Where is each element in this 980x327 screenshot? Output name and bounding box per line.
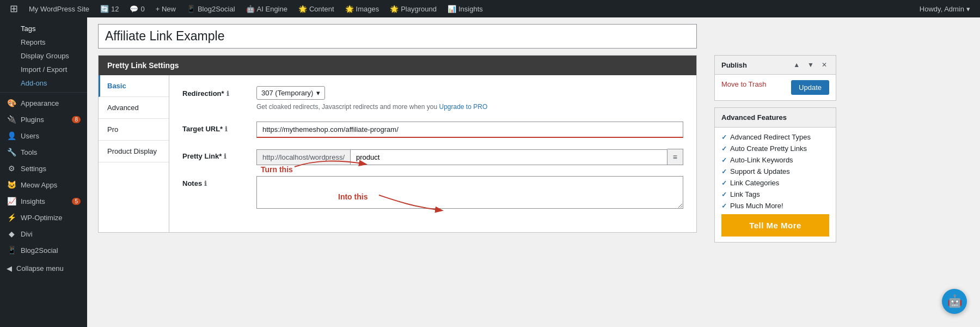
settings-icon: ⚙ xyxy=(7,164,16,173)
notes-info-icon[interactable]: ℹ xyxy=(204,180,207,187)
pretty-link-info-icon[interactable]: ℹ xyxy=(224,153,226,160)
feature-label-6: Link Tags xyxy=(730,190,760,198)
redirection-row: Redirection* ℹ 307 (Temporary) ▾ Get clo… xyxy=(182,86,683,111)
sidebar-item-meow-apps[interactable]: 🐱 Meow Apps xyxy=(0,177,87,193)
content-label: Content xyxy=(309,5,334,13)
tell-me-more-button[interactable]: Tell Me More xyxy=(721,214,829,237)
sidebar-item-insights[interactable]: 📈 Insights 5 xyxy=(0,193,87,209)
appearance-label: Appearance xyxy=(21,99,59,107)
playground-item[interactable]: 🌟 Playground xyxy=(385,0,441,17)
publish-title: Publish xyxy=(721,61,747,69)
card-body: Basic Advanced Pro Product Display Redir… xyxy=(99,75,696,232)
notes-textarea[interactable] xyxy=(256,176,683,209)
sidebar-item-display-groups[interactable]: Display Groups xyxy=(0,49,87,63)
blog2social-icon: 📱 xyxy=(187,5,195,13)
features-header: Advanced Features xyxy=(715,108,836,128)
pretty-link-control: http://localhost/wordpress/ ≡ xyxy=(256,149,683,165)
feature-label-1: Advanced Redirect Types xyxy=(730,133,811,141)
features-box: Advanced Features ✓ Advanced Redirect Ty… xyxy=(714,107,836,243)
blog2social-sidebar-icon: 📱 xyxy=(7,246,16,255)
site-name-label: My WordPress Site xyxy=(29,5,89,13)
upgrade-to-pro-link[interactable]: Upgrade to PRO xyxy=(439,103,488,111)
redirection-hint: Get cloaked redirects, Javascript redire… xyxy=(256,103,683,111)
card-header: Pretty Link Settings xyxy=(99,56,696,75)
redirection-info-icon[interactable]: ℹ xyxy=(226,90,229,98)
sidebar-item-add-ons[interactable]: Add-ons xyxy=(0,76,87,90)
howdy-item[interactable]: Howdy, Admin ▾ xyxy=(915,0,975,17)
redirection-control: 307 (Temporary) ▾ Get cloaked redirects,… xyxy=(256,86,683,111)
wp-logo-icon: ⊞ xyxy=(10,3,18,15)
sidebar-item-divi[interactable]: ◆ Divi xyxy=(0,226,87,242)
pretty-link-copy-button[interactable]: ≡ xyxy=(667,149,683,165)
tab-pro[interactable]: Pro xyxy=(99,119,169,141)
updates-item[interactable]: 🔄 12 xyxy=(96,0,123,17)
plugins-badge: 8 xyxy=(72,116,81,123)
playground-label: Playground xyxy=(401,5,437,13)
wp-optimize-icon: ⚡ xyxy=(7,213,16,222)
appearance-icon: 🎨 xyxy=(7,99,16,107)
blog2social-label: Blog2Social xyxy=(198,5,235,13)
sidebar-item-import-export[interactable]: Import / Export xyxy=(0,63,87,76)
ai-engine-label: AI Engine xyxy=(257,5,287,13)
sidebar-item-plugins[interactable]: 🔌 Plugins 8 xyxy=(0,111,87,128)
floating-bot-button[interactable]: 🤖 xyxy=(942,289,967,314)
content-item[interactable]: 🌟 Content xyxy=(294,0,339,17)
publish-collapse-btn[interactable]: ▲ xyxy=(791,60,802,70)
target-url-info-icon[interactable]: ℹ xyxy=(225,125,228,133)
meow-apps-icon: 🐱 xyxy=(7,180,16,189)
layout: Tags Reports Display Groups Import / Exp… xyxy=(0,17,980,327)
pretty-link-input-row: http://localhost/wordpress/ ≡ xyxy=(256,149,683,165)
insights-badge: 5 xyxy=(72,198,81,205)
check-icon-3: ✓ xyxy=(721,156,727,164)
updates-count: 12 xyxy=(111,5,119,13)
meow-apps-label: Meow Apps xyxy=(21,181,57,189)
check-icon-1: ✓ xyxy=(721,134,727,141)
sidebar-item-appearance[interactable]: 🎨 Appearance xyxy=(0,95,87,111)
tab-advanced[interactable]: Advanced xyxy=(99,97,169,119)
tab-product-display[interactable]: Product Display xyxy=(99,141,169,162)
page-title-input[interactable] xyxy=(98,24,697,49)
feature-label-5: Link Categories xyxy=(730,179,779,187)
sidebar-item-users[interactable]: 👤 Users xyxy=(0,128,87,144)
insights-bar-icon: 📊 xyxy=(448,5,456,13)
update-button[interactable]: Update xyxy=(791,80,829,95)
insights-bar-item[interactable]: 📊 Insights xyxy=(443,0,487,17)
comments-item[interactable]: 💬 0 xyxy=(125,0,149,17)
sidebar-item-tools[interactable]: 🔧 Tools xyxy=(0,144,87,160)
tab-basic[interactable]: Basic xyxy=(99,75,169,97)
divi-label: Divi xyxy=(21,230,33,238)
insights-bar-label: Insights xyxy=(458,5,483,13)
publish-body: Move to Trash Update xyxy=(715,75,836,100)
images-item[interactable]: 🌟 Images xyxy=(341,0,384,17)
pretty-link-settings-card: Pretty Link Settings Basic Advanced Pro … xyxy=(98,55,697,233)
new-label: + New xyxy=(156,5,176,13)
wp-logo-item[interactable]: ⊞ xyxy=(5,0,22,17)
publish-header: Publish ▲ ▼ ✕ xyxy=(715,56,836,75)
target-url-input[interactable] xyxy=(256,122,683,138)
publish-expand-btn[interactable]: ▼ xyxy=(805,60,816,70)
redirection-select[interactable]: 307 (Temporary) ▾ xyxy=(256,86,325,100)
plugins-icon: 🔌 xyxy=(7,115,16,124)
sidebar-item-tags[interactable]: Tags xyxy=(0,22,87,35)
target-url-row: Target URL* ℹ xyxy=(182,122,683,138)
move-to-trash-link[interactable]: Move to Trash xyxy=(721,80,766,88)
collapse-menu-item[interactable]: ◀ Collapse menu xyxy=(0,261,87,276)
sidebar-item-blog2social[interactable]: 📱 Blog2Social xyxy=(0,242,87,258)
main-content: Pretty Link Settings Basic Advanced Pro … xyxy=(87,17,980,327)
redirection-label: Redirection* ℹ xyxy=(182,86,248,98)
ai-engine-item[interactable]: 🤖 AI Engine xyxy=(242,0,292,17)
ai-engine-icon: 🤖 xyxy=(246,5,255,13)
check-icon-6: ✓ xyxy=(721,191,727,198)
sidebar-item-settings[interactable]: ⚙ Settings xyxy=(0,160,87,177)
howdy-label: Howdy, Admin xyxy=(920,5,964,13)
sidebar-item-wp-optimize[interactable]: ⚡ WP-Optimize xyxy=(0,209,87,226)
pretty-link-slug-input[interactable] xyxy=(350,149,667,165)
users-label: Users xyxy=(21,132,39,140)
insights-icon: 📈 xyxy=(7,197,16,205)
feature-label-2: Auto Create Pretty Links xyxy=(730,144,807,153)
publish-close-btn[interactable]: ✕ xyxy=(819,60,829,70)
site-name-item[interactable]: My WordPress Site xyxy=(24,0,94,17)
sidebar-item-reports[interactable]: Reports xyxy=(0,35,87,49)
blog2social-item[interactable]: 📱 Blog2Social xyxy=(182,0,240,17)
new-item[interactable]: + New xyxy=(151,0,180,17)
